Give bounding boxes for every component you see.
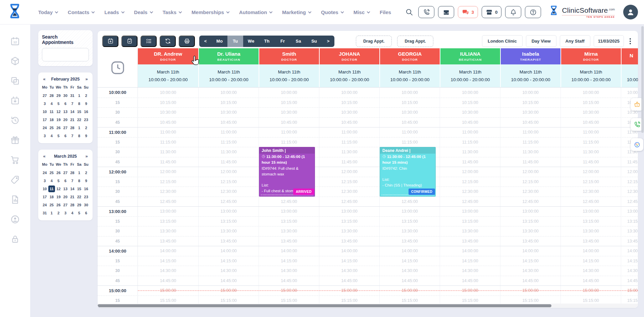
time-slot[interactable]: 10:30:00 (259, 108, 319, 117)
calendar-day[interactable]: 9 (83, 100, 90, 107)
calendar-day[interactable]: 9 (83, 133, 90, 139)
calendar-day[interactable]: 22 (76, 116, 83, 123)
time-slot[interactable]: 11:45:00 (440, 157, 500, 167)
time-slot[interactable]: 10:00:00 (198, 88, 259, 98)
time-slot[interactable]: 11:45:00 (500, 157, 560, 167)
staff-column-header[interactable]: N (621, 48, 638, 64)
time-slot[interactable]: 13:15:00 (259, 217, 319, 226)
sidebar-item-lock[interactable] (10, 234, 20, 244)
time-slot[interactable]: 13:30:00 (259, 226, 319, 236)
time-slot[interactable]: 10:45:00 (319, 118, 379, 127)
staff-column-header[interactable]: SmithDOCTOR (259, 48, 319, 64)
time-slot[interactable]: 11:15:00 (259, 138, 319, 147)
time-slot[interactable]: 12:45:00 (621, 197, 638, 207)
time-slot[interactable]: 13:45:00 (319, 236, 379, 246)
time-slot[interactable]: 13:45:00 (440, 236, 500, 246)
calendar-day[interactable]: 30 (62, 92, 69, 99)
time-slot[interactable]: 10:30:00 (138, 108, 198, 117)
time-slot[interactable]: 10:15:00 (379, 98, 440, 108)
time-slot[interactable]: 13:30:00 (560, 226, 621, 236)
time-slot[interactable]: 12:30:00 (621, 187, 638, 197)
calendar-day[interactable]: 19 (55, 194, 62, 200)
calendar-day[interactable]: 1 (76, 169, 83, 176)
calendar-day[interactable]: 3 (41, 100, 48, 107)
time-slot[interactable]: 13:30:00 (138, 226, 198, 236)
staff-column-header[interactable]: IsabelaTHERAPIST (500, 48, 560, 64)
toolbar-calendar-check-button[interactable] (121, 36, 138, 47)
calendar-day[interactable]: 28 (69, 124, 76, 131)
nav-item-automation[interactable]: Automation (239, 9, 272, 15)
shop-button[interactable]: 0 (482, 6, 502, 18)
calendar-day[interactable]: 18 (48, 194, 55, 200)
weekday-tab-tu[interactable]: Tu (227, 36, 243, 47)
sidebar-item-history[interactable] (10, 115, 20, 125)
sidebar-item-cart[interactable] (10, 155, 20, 165)
time-slot[interactable]: 12:30:00 (198, 187, 259, 197)
time-slot[interactable]: 14:30:00 (138, 266, 198, 276)
time-slot[interactable]: 10:15:00 (259, 98, 319, 108)
time-slot[interactable]: 11:30:00 (560, 147, 621, 157)
calendar-day[interactable]: 31 (41, 210, 48, 216)
calendar-day[interactable]: 5 (55, 133, 62, 139)
time-slot[interactable]: 10:30:00 (379, 108, 440, 117)
time-slot[interactable]: 14:00:00 (198, 246, 259, 256)
calendar-day[interactable]: 11 (48, 186, 55, 192)
inbox-button[interactable] (438, 6, 454, 18)
time-slot[interactable]: 13:00:00 (379, 207, 440, 216)
calendar-day[interactable]: 7 (69, 133, 76, 139)
time-slot[interactable]: 11:00:00 (500, 127, 560, 137)
time-slot[interactable]: 10:30:00 (198, 108, 259, 117)
time-slot[interactable]: 14:45:00 (138, 276, 198, 286)
time-slot[interactable]: 14:45:00 (259, 276, 319, 286)
time-slot[interactable]: 13:45:00 (621, 236, 638, 246)
sidebar-item-gift[interactable] (10, 135, 20, 145)
calendar-day[interactable]: 14 (69, 186, 76, 192)
time-slot[interactable]: 11:15:00 (440, 138, 500, 147)
time-slot[interactable]: 14:00:00 (560, 246, 621, 256)
calendar-day[interactable]: 2 (83, 169, 90, 176)
time-slot[interactable]: 12:45:00 (500, 197, 560, 207)
time-slot[interactable]: 14:45:00 (198, 276, 259, 286)
time-slot[interactable]: 10:00:00 (560, 88, 621, 98)
time-slot[interactable]: 12:15:00 (440, 177, 500, 187)
time-slot[interactable]: 14:00:00 (500, 246, 560, 256)
staff-select[interactable]: Any Staff (560, 35, 590, 47)
calendar-day[interactable]: 3 (62, 210, 69, 216)
time-slot[interactable]: 13:30:00 (500, 226, 560, 236)
time-slot[interactable]: 13:45:00 (138, 236, 198, 246)
next-day-button[interactable]: > (322, 36, 334, 47)
time-slot[interactable]: 10:00:00 (138, 88, 198, 98)
toolbar-print-button[interactable] (179, 36, 195, 47)
time-slot[interactable]: 14:15:00 (500, 256, 560, 266)
time-slot[interactable]: 12:30:00 (138, 187, 198, 197)
time-slot[interactable]: 13:00:00 (560, 207, 621, 216)
horizontal-scrollbar-thumb[interactable] (98, 304, 551, 307)
time-slot[interactable]: 13:45:00 (259, 236, 319, 246)
time-slot[interactable]: 12:00:00 (138, 167, 198, 177)
nav-item-today[interactable]: Today (38, 9, 58, 15)
toolbar-add-appointment-button[interactable] (102, 36, 118, 47)
time-slot[interactable]: 10:15:00 (198, 98, 259, 108)
calendar-day[interactable]: 11 (48, 108, 55, 115)
time-slot[interactable]: 13:00:00 (138, 207, 198, 216)
search-appointments-input[interactable] (42, 48, 89, 61)
calendar-day[interactable]: 26 (55, 202, 62, 208)
view-select[interactable]: Day View (526, 35, 556, 47)
time-slot[interactable]: 13:45:00 (500, 236, 560, 246)
time-slot[interactable]: 14:15:00 (621, 256, 638, 266)
time-slot[interactable]: 13:15:00 (621, 217, 638, 226)
staff-column-header[interactable]: IULIANABEAUTICIAN (440, 48, 500, 64)
calendar-day[interactable]: 25 (48, 124, 55, 131)
time-slot[interactable]: 14:30:00 (259, 266, 319, 276)
calendar-day[interactable]: 28 (69, 169, 76, 176)
sidebar-item-calendar-date[interactable]: 12 (10, 36, 20, 46)
time-slot[interactable]: 14:15:00 (440, 256, 500, 266)
calendar-day[interactable]: 6 (83, 210, 90, 216)
time-slot[interactable]: 14:00:00 (259, 246, 319, 256)
sidebar-item-copy[interactable] (10, 76, 20, 86)
time-slot[interactable]: 13:15:00 (198, 217, 259, 226)
time-slot[interactable]: 11:00:00 (440, 127, 500, 137)
sidebar-item-price-tag[interactable] (10, 175, 20, 185)
next-month-button[interactable]: » (84, 154, 90, 159)
time-slot[interactable]: 13:00:00 (319, 207, 379, 216)
